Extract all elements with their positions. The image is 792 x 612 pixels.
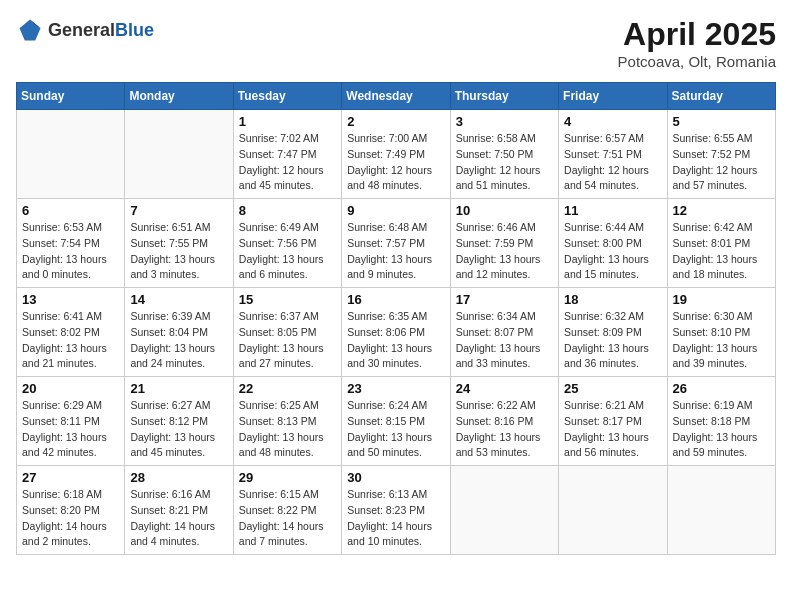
day-info: Sunrise: 6:16 AMSunset: 8:21 PMDaylight:… xyxy=(130,487,227,550)
calendar-cell: 30 Sunrise: 6:13 AMSunset: 8:23 PMDaylig… xyxy=(342,466,450,555)
day-info: Sunrise: 6:39 AMSunset: 8:04 PMDaylight:… xyxy=(130,309,227,372)
calendar-cell xyxy=(559,466,667,555)
calendar-cell: 29 Sunrise: 6:15 AMSunset: 8:22 PMDaylig… xyxy=(233,466,341,555)
day-number: 28 xyxy=(130,470,227,485)
calendar-cell: 16 Sunrise: 6:35 AMSunset: 8:06 PMDaylig… xyxy=(342,288,450,377)
calendar-cell: 14 Sunrise: 6:39 AMSunset: 8:04 PMDaylig… xyxy=(125,288,233,377)
calendar-cell: 21 Sunrise: 6:27 AMSunset: 8:12 PMDaylig… xyxy=(125,377,233,466)
weekday-header-row: SundayMondayTuesdayWednesdayThursdayFrid… xyxy=(17,83,776,110)
calendar-week-row: 27 Sunrise: 6:18 AMSunset: 8:20 PMDaylig… xyxy=(17,466,776,555)
calendar-cell: 12 Sunrise: 6:42 AMSunset: 8:01 PMDaylig… xyxy=(667,199,775,288)
calendar-cell xyxy=(667,466,775,555)
calendar-cell: 24 Sunrise: 6:22 AMSunset: 8:16 PMDaylig… xyxy=(450,377,558,466)
day-info: Sunrise: 6:27 AMSunset: 8:12 PMDaylight:… xyxy=(130,398,227,461)
calendar-cell: 25 Sunrise: 6:21 AMSunset: 8:17 PMDaylig… xyxy=(559,377,667,466)
calendar-cell: 10 Sunrise: 6:46 AMSunset: 7:59 PMDaylig… xyxy=(450,199,558,288)
day-info: Sunrise: 6:25 AMSunset: 8:13 PMDaylight:… xyxy=(239,398,336,461)
calendar-cell: 19 Sunrise: 6:30 AMSunset: 8:10 PMDaylig… xyxy=(667,288,775,377)
day-info: Sunrise: 7:02 AMSunset: 7:47 PMDaylight:… xyxy=(239,131,336,194)
calendar-cell: 27 Sunrise: 6:18 AMSunset: 8:20 PMDaylig… xyxy=(17,466,125,555)
day-info: Sunrise: 6:35 AMSunset: 8:06 PMDaylight:… xyxy=(347,309,444,372)
day-info: Sunrise: 6:46 AMSunset: 7:59 PMDaylight:… xyxy=(456,220,553,283)
day-number: 27 xyxy=(22,470,119,485)
day-info: Sunrise: 6:18 AMSunset: 8:20 PMDaylight:… xyxy=(22,487,119,550)
calendar-cell: 28 Sunrise: 6:16 AMSunset: 8:21 PMDaylig… xyxy=(125,466,233,555)
logo-blue: Blue xyxy=(115,20,154,40)
day-info: Sunrise: 6:29 AMSunset: 8:11 PMDaylight:… xyxy=(22,398,119,461)
weekday-header: Saturday xyxy=(667,83,775,110)
weekday-header: Tuesday xyxy=(233,83,341,110)
day-info: Sunrise: 6:32 AMSunset: 8:09 PMDaylight:… xyxy=(564,309,661,372)
day-info: Sunrise: 6:53 AMSunset: 7:54 PMDaylight:… xyxy=(22,220,119,283)
day-number: 13 xyxy=(22,292,119,307)
calendar-cell: 3 Sunrise: 6:58 AMSunset: 7:50 PMDayligh… xyxy=(450,110,558,199)
weekday-header: Monday xyxy=(125,83,233,110)
weekday-header: Thursday xyxy=(450,83,558,110)
day-number: 3 xyxy=(456,114,553,129)
day-info: Sunrise: 6:49 AMSunset: 7:56 PMDaylight:… xyxy=(239,220,336,283)
logo-icon xyxy=(16,16,44,44)
calendar-cell: 1 Sunrise: 7:02 AMSunset: 7:47 PMDayligh… xyxy=(233,110,341,199)
calendar-cell: 18 Sunrise: 6:32 AMSunset: 8:09 PMDaylig… xyxy=(559,288,667,377)
day-info: Sunrise: 6:44 AMSunset: 8:00 PMDaylight:… xyxy=(564,220,661,283)
day-number: 17 xyxy=(456,292,553,307)
day-number: 26 xyxy=(673,381,770,396)
logo: GeneralBlue xyxy=(16,16,154,44)
calendar-cell: 5 Sunrise: 6:55 AMSunset: 7:52 PMDayligh… xyxy=(667,110,775,199)
calendar-week-row: 13 Sunrise: 6:41 AMSunset: 8:02 PMDaylig… xyxy=(17,288,776,377)
calendar-cell: 13 Sunrise: 6:41 AMSunset: 8:02 PMDaylig… xyxy=(17,288,125,377)
calendar-cell: 2 Sunrise: 7:00 AMSunset: 7:49 PMDayligh… xyxy=(342,110,450,199)
calendar-cell: 6 Sunrise: 6:53 AMSunset: 7:54 PMDayligh… xyxy=(17,199,125,288)
day-number: 10 xyxy=(456,203,553,218)
day-number: 12 xyxy=(673,203,770,218)
calendar-cell: 23 Sunrise: 6:24 AMSunset: 8:15 PMDaylig… xyxy=(342,377,450,466)
day-number: 6 xyxy=(22,203,119,218)
calendar-cell: 26 Sunrise: 6:19 AMSunset: 8:18 PMDaylig… xyxy=(667,377,775,466)
day-number: 8 xyxy=(239,203,336,218)
day-number: 18 xyxy=(564,292,661,307)
day-info: Sunrise: 6:21 AMSunset: 8:17 PMDaylight:… xyxy=(564,398,661,461)
page-header: GeneralBlue April 2025 Potcoava, Olt, Ro… xyxy=(16,16,776,70)
day-info: Sunrise: 6:57 AMSunset: 7:51 PMDaylight:… xyxy=(564,131,661,194)
day-info: Sunrise: 6:34 AMSunset: 8:07 PMDaylight:… xyxy=(456,309,553,372)
weekday-header: Wednesday xyxy=(342,83,450,110)
day-info: Sunrise: 6:42 AMSunset: 8:01 PMDaylight:… xyxy=(673,220,770,283)
day-number: 22 xyxy=(239,381,336,396)
weekday-header: Sunday xyxy=(17,83,125,110)
day-info: Sunrise: 6:41 AMSunset: 8:02 PMDaylight:… xyxy=(22,309,119,372)
calendar-table: SundayMondayTuesdayWednesdayThursdayFrid… xyxy=(16,82,776,555)
day-info: Sunrise: 6:22 AMSunset: 8:16 PMDaylight:… xyxy=(456,398,553,461)
day-number: 30 xyxy=(347,470,444,485)
calendar-week-row: 1 Sunrise: 7:02 AMSunset: 7:47 PMDayligh… xyxy=(17,110,776,199)
day-info: Sunrise: 6:15 AMSunset: 8:22 PMDaylight:… xyxy=(239,487,336,550)
calendar-week-row: 6 Sunrise: 6:53 AMSunset: 7:54 PMDayligh… xyxy=(17,199,776,288)
calendar-cell: 8 Sunrise: 6:49 AMSunset: 7:56 PMDayligh… xyxy=(233,199,341,288)
day-number: 29 xyxy=(239,470,336,485)
day-number: 16 xyxy=(347,292,444,307)
day-number: 5 xyxy=(673,114,770,129)
calendar-cell xyxy=(450,466,558,555)
day-info: Sunrise: 6:30 AMSunset: 8:10 PMDaylight:… xyxy=(673,309,770,372)
day-number: 25 xyxy=(564,381,661,396)
calendar-cell: 9 Sunrise: 6:48 AMSunset: 7:57 PMDayligh… xyxy=(342,199,450,288)
day-number: 1 xyxy=(239,114,336,129)
weekday-header: Friday xyxy=(559,83,667,110)
day-number: 2 xyxy=(347,114,444,129)
day-number: 4 xyxy=(564,114,661,129)
day-info: Sunrise: 6:55 AMSunset: 7:52 PMDaylight:… xyxy=(673,131,770,194)
day-info: Sunrise: 6:48 AMSunset: 7:57 PMDaylight:… xyxy=(347,220,444,283)
logo-general: General xyxy=(48,20,115,40)
calendar-cell: 4 Sunrise: 6:57 AMSunset: 7:51 PMDayligh… xyxy=(559,110,667,199)
calendar-cell: 15 Sunrise: 6:37 AMSunset: 8:05 PMDaylig… xyxy=(233,288,341,377)
day-number: 21 xyxy=(130,381,227,396)
day-info: Sunrise: 6:19 AMSunset: 8:18 PMDaylight:… xyxy=(673,398,770,461)
day-info: Sunrise: 6:24 AMSunset: 8:15 PMDaylight:… xyxy=(347,398,444,461)
svg-marker-0 xyxy=(20,20,41,41)
day-number: 7 xyxy=(130,203,227,218)
day-number: 23 xyxy=(347,381,444,396)
day-info: Sunrise: 6:13 AMSunset: 8:23 PMDaylight:… xyxy=(347,487,444,550)
day-info: Sunrise: 6:37 AMSunset: 8:05 PMDaylight:… xyxy=(239,309,336,372)
calendar-cell: 7 Sunrise: 6:51 AMSunset: 7:55 PMDayligh… xyxy=(125,199,233,288)
day-number: 14 xyxy=(130,292,227,307)
calendar-cell: 20 Sunrise: 6:29 AMSunset: 8:11 PMDaylig… xyxy=(17,377,125,466)
